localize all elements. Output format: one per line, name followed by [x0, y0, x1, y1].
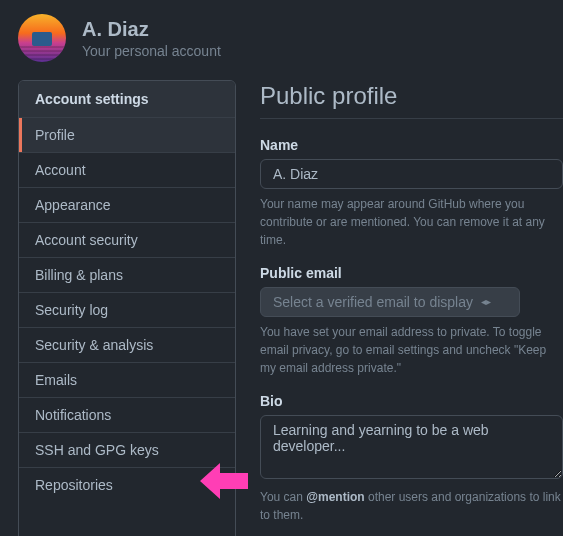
avatar[interactable]	[18, 14, 66, 62]
account-header: A. Diaz Your personal account	[0, 0, 563, 80]
sidebar-item-label: Emails	[35, 372, 77, 388]
account-subtitle: Your personal account	[82, 43, 221, 59]
sidebar-item-account-security[interactable]: Account security	[19, 223, 235, 258]
email-group: Public email Select a verified email to …	[260, 265, 563, 377]
page-title: Public profile	[260, 82, 563, 119]
email-label: Public email	[260, 265, 563, 281]
sidebar-item-label: Security & analysis	[35, 337, 153, 353]
sidebar-item-repositories[interactable]: Repositories	[19, 468, 235, 502]
sidebar-item-label: Security log	[35, 302, 108, 318]
bio-group: Bio You can @mention other users and org…	[260, 393, 563, 524]
sidebar-item-label: Account security	[35, 232, 138, 248]
bio-label: Bio	[260, 393, 563, 409]
sidebar-item-security-analysis[interactable]: Security & analysis	[19, 328, 235, 363]
name-help: Your name may appear around GitHub where…	[260, 195, 563, 249]
sidebar-item-appearance[interactable]: Appearance	[19, 188, 235, 223]
sidebar-item-label: Appearance	[35, 197, 111, 213]
sidebar-item-profile[interactable]: Profile	[19, 118, 235, 153]
sidebar-item-label: SSH and GPG keys	[35, 442, 159, 458]
sidebar-item-label: Billing & plans	[35, 267, 123, 283]
main-content: Public profile Name Your name may appear…	[260, 80, 563, 536]
name-input[interactable]	[260, 159, 563, 189]
updown-caret-icon: ◂▸	[481, 297, 491, 307]
header-text: A. Diaz Your personal account	[82, 17, 221, 59]
sidebar-item-billing[interactable]: Billing & plans	[19, 258, 235, 293]
bio-help: You can @mention other users and organiz…	[260, 488, 563, 524]
sidebar-item-security-log[interactable]: Security log	[19, 293, 235, 328]
sidebar-title: Account settings	[19, 81, 235, 118]
email-select-placeholder: Select a verified email to display	[273, 294, 473, 310]
email-select[interactable]: Select a verified email to display ◂▸	[260, 287, 520, 317]
sidebar-item-account[interactable]: Account	[19, 153, 235, 188]
email-help: You have set your email address to priva…	[260, 323, 563, 377]
name-label: Name	[260, 137, 563, 153]
display-name: A. Diaz	[82, 17, 221, 41]
sidebar-item-notifications[interactable]: Notifications	[19, 398, 235, 433]
sidebar-item-label: Account	[35, 162, 86, 178]
settings-sidebar: Account settings Profile Account Appeara…	[18, 80, 236, 536]
sidebar-item-label: Repositories	[35, 477, 113, 493]
sidebar-item-label: Notifications	[35, 407, 111, 423]
sidebar-item-emails[interactable]: Emails	[19, 363, 235, 398]
name-group: Name Your name may appear around GitHub …	[260, 137, 563, 249]
sidebar-item-label: Profile	[35, 127, 75, 143]
bio-textarea[interactable]	[260, 415, 563, 479]
sidebar-item-ssh-gpg-keys[interactable]: SSH and GPG keys	[19, 433, 235, 468]
